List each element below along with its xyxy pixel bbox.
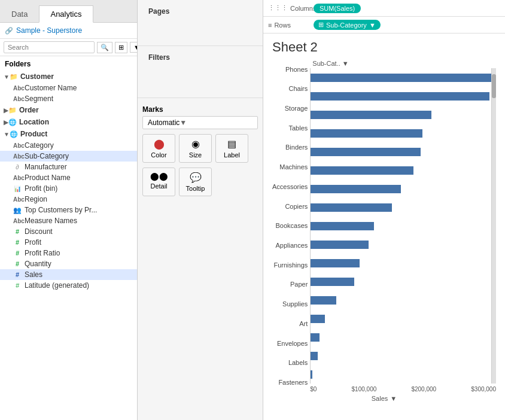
bar-accessories [311, 185, 401, 193]
field-label-customer-name: Customer Name [25, 84, 77, 92]
marks-detail-button[interactable]: ⬤⬤ Detail [142, 168, 175, 196]
right-panel: ⋮⋮⋮ Columns SUM(Sales) ≡ Rows ⊞ Sub-Cate… [263, 0, 505, 420]
rows-label: ≡ Rows [268, 22, 310, 29]
tooltip-label: Tooltip [186, 185, 205, 192]
field-latitude[interactable]: # Latitude (generated) [0, 280, 137, 291]
viz-area: Sheet 2 PhonesChairsStorageTablesBinders… [263, 34, 505, 420]
bar-row-accessories[interactable] [311, 184, 491, 194]
sort-button[interactable]: ▼ [130, 42, 138, 53]
x-axis-label: $300,000 [471, 386, 496, 392]
field-discount[interactable]: # Discount [0, 226, 137, 237]
field-subcategory[interactable]: Abc Sub-Category [0, 151, 137, 162]
bar-storage [311, 111, 431, 119]
bar-row-paper[interactable] [311, 276, 491, 287]
columns-pill-label: SUM(Sales) [320, 5, 355, 12]
field-quantity[interactable]: # Quantity [0, 258, 137, 269]
field-manufacturer[interactable]: ∂ Manufacturer [0, 162, 137, 172]
rows-pill-filter-icon: ▼ [369, 22, 376, 29]
abc-icon-product-name: Abc [13, 175, 22, 181]
tab-data[interactable]: Data [0, 5, 39, 22]
detail-label: Detail [150, 182, 167, 190]
marks-color-button[interactable]: ⬤ Color [142, 134, 175, 163]
filters-drop-area[interactable] [142, 65, 258, 95]
folder-header-product[interactable]: ▼ 🌐 Product [0, 128, 137, 140]
field-measure-names[interactable]: Abc Measure Names [0, 215, 137, 226]
folder-location: ▶ 🌐 Location [0, 116, 137, 128]
bar-row-binders[interactable] [311, 147, 491, 157]
bar-row-copiers[interactable] [311, 202, 491, 213]
bar-row-appliances[interactable] [311, 239, 491, 250]
marks-size-button[interactable]: ◉ Size [179, 134, 212, 163]
marks-label-button[interactable]: ▤ Label [215, 134, 248, 163]
data-source-icon: 🔗 [5, 27, 13, 35]
field-category[interactable]: Abc Category [0, 140, 137, 151]
bar-row-chairs[interactable] [311, 91, 491, 102]
bar-row-envelopes[interactable] [311, 332, 491, 343]
label-label: Label [224, 151, 240, 159]
field-segment[interactable]: Abc Segment [0, 93, 137, 104]
folder-header-customer[interactable]: ▼ 📁 Customer [0, 71, 137, 83]
field-label-measure-names: Measure Names [25, 217, 77, 225]
field-customer-name[interactable]: Abc Customer Name [0, 83, 137, 93]
field-label-segment: Segment [25, 95, 53, 103]
scrollbar-thumb[interactable] [492, 74, 496, 98]
bar-row-tables[interactable] [311, 128, 491, 139]
pages-drop-area[interactable] [142, 19, 258, 43]
expand-icon-order: ▶ [4, 107, 8, 114]
columns-shelf: ⋮⋮⋮ Columns SUM(Sales) [263, 0, 505, 17]
tab-analytics[interactable]: Analytics [39, 5, 93, 23]
search-button[interactable]: 🔍 [97, 42, 112, 53]
bar-row-machines[interactable] [311, 165, 491, 176]
bar-label-phones: Phones [272, 65, 308, 74]
bar-row-storage[interactable] [311, 109, 491, 120]
marks-type-dropdown[interactable]: Automatic ▼ [142, 116, 258, 129]
hash-icon-quantity: # [13, 260, 22, 267]
filters-label: Filters [142, 48, 258, 65]
chart-x-axis: $0$100,000$200,000$300,000 [310, 384, 496, 392]
bar-bookcases [311, 222, 374, 230]
chart-header[interactable]: Sub-Cat.. ▼ [310, 60, 496, 68]
bar-paper [311, 278, 354, 286]
bar-supplies [311, 296, 336, 305]
marks-tooltip-button[interactable]: 💬 Tooltip [179, 168, 212, 196]
field-profit-ratio[interactable]: # Profit Ratio [0, 248, 137, 258]
bar-row-art[interactable] [311, 314, 491, 324]
expand-icon-product: ▼ [4, 131, 10, 138]
bar-label-copiers: Copiers [272, 202, 308, 211]
chart-scrollbar[interactable] [491, 68, 496, 384]
field-label-top-customers: Top Customers by Pr... [25, 206, 97, 214]
rows-pill-subcategory[interactable]: ⊞ Sub-Category ▼ [314, 20, 381, 30]
bar-fasteners [311, 370, 312, 379]
data-source-row[interactable]: 🔗 Sample - Superstore [0, 23, 137, 39]
bar-row-furnishings[interactable] [311, 258, 491, 269]
field-profit[interactable]: # Profit [0, 237, 137, 248]
abc-icon-category: Abc [13, 142, 22, 149]
bar-label-bookcases: Bookcases [272, 221, 308, 230]
view-toggle-button[interactable]: ⊞ [115, 42, 127, 53]
bar-row-labels[interactable] [311, 351, 491, 361]
bar-row-supplies[interactable] [311, 295, 491, 306]
columns-icon: ⋮⋮⋮ [268, 4, 288, 12]
pages-section: Pages [138, 0, 263, 46]
columns-pill-sum-sales[interactable]: SUM(Sales) [314, 4, 361, 13]
field-label-quantity: Quantity [25, 260, 51, 268]
bar-row-fasteners[interactable] [311, 369, 491, 380]
bar-row-phones[interactable] [311, 72, 491, 83]
field-label-subcategory: Sub-Category [25, 152, 69, 160]
bar-row-bookcases[interactable] [311, 221, 491, 232]
folder-header-location[interactable]: ▶ 🌐 Location [0, 116, 137, 128]
field-top-customers[interactable]: 👥 Top Customers by Pr... [0, 205, 137, 215]
field-label-profit-ratio: Profit Ratio [25, 249, 60, 257]
hash-icon-profit-ratio: # [13, 249, 22, 257]
field-sales[interactable]: # Sales [0, 269, 137, 280]
search-input[interactable] [4, 41, 95, 53]
bar-machines [311, 166, 413, 175]
bar-binders [311, 148, 421, 156]
folder-header-order[interactable]: ▶ 📁 Order [0, 104, 137, 116]
field-label-profit-bin: Profit (bin) [25, 184, 57, 193]
field-region[interactable]: Abc Region [0, 194, 137, 205]
folders-label: Folders [0, 56, 137, 71]
field-product-name[interactable]: Abc Product Name [0, 172, 137, 183]
field-profit-bin[interactable]: 📊 Profit (bin) [0, 183, 137, 194]
chart-container: PhonesChairsStorageTablesBindersMachines… [272, 60, 496, 404]
